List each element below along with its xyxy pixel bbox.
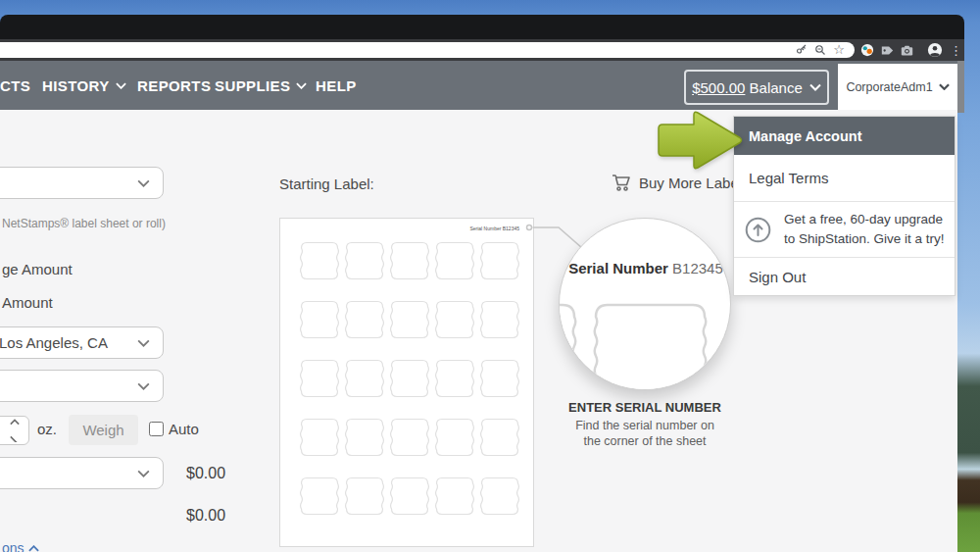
buy-more-labels-link[interactable]: Buy More Labels — [612, 175, 750, 191]
ship-from-value: Los Angeles, CA — [0, 334, 108, 351]
serial-caption-line2: the corner of the sheet — [534, 433, 756, 449]
upgrade-arrow-icon — [745, 217, 771, 243]
nav-item-reports[interactable]: REPORTS — [137, 61, 211, 110]
mail-class-select[interactable] — [0, 370, 164, 402]
stamp-cell[interactable] — [345, 300, 384, 339]
options-link[interactable]: ons — [2, 540, 39, 552]
chevron-down-icon — [137, 470, 150, 477]
stamp-cell[interactable] — [390, 359, 429, 398]
promo-line2: to ShipStation. Give it a try! — [784, 231, 945, 246]
stepper-down-icon[interactable] — [10, 435, 20, 442]
stamp-cell[interactable] — [345, 359, 384, 398]
zoom-icon[interactable] — [814, 44, 826, 56]
stamp-cell[interactable] — [300, 359, 339, 398]
stamp-cell[interactable] — [390, 300, 429, 339]
browser-titlebar — [0, 15, 964, 39]
weigh-button[interactable]: Weigh — [69, 415, 138, 445]
stamp-cell[interactable] — [300, 300, 339, 339]
stamp-cell[interactable] — [435, 477, 474, 516]
oz-label: oz. — [37, 421, 57, 437]
browser-menu-icon[interactable]: ⋮ — [950, 43, 962, 58]
stamp-cell[interactable] — [435, 300, 474, 339]
nav-item-supplies[interactable]: SUPPLIES — [215, 61, 307, 110]
chevron-down-icon — [116, 82, 126, 89]
serial-magnifier: Serial Number B12345 — [559, 218, 731, 390]
stamp-cell[interactable] — [480, 418, 519, 457]
chevron-down-icon — [296, 82, 307, 89]
chevron-down-icon — [137, 179, 150, 187]
stepper-up-icon[interactable] — [10, 419, 20, 426]
menu-item-sign-out[interactable]: Sign Out — [734, 258, 955, 295]
ship-from-select[interactable]: Los Angeles, CA — [0, 326, 164, 359]
account-dropdown-menu: Manage Account Legal Terms Get a free, 6… — [733, 116, 956, 296]
extension-icon[interactable] — [860, 43, 874, 57]
amount-label: Amount — [2, 294, 53, 311]
chevron-down-icon — [809, 83, 821, 91]
balance-amount: $500.00 — [692, 79, 745, 96]
menu-item-shipstation-promo[interactable]: Get a free, 60-day upgradeto ShipStation… — [734, 202, 955, 258]
label-sheet-preview: Serial Number B12345 — [279, 218, 534, 547]
postage-amount-label: ge Amount — [2, 261, 73, 277]
serial-caption-title: ENTER SERIAL NUMBER — [534, 400, 756, 415]
sheet-serial-number: Serial Number B12345 — [469, 226, 519, 231]
bookmark-star-icon[interactable]: ☆ — [833, 44, 845, 56]
promo-line1: Get a free, 60-day upgrade — [784, 212, 943, 226]
chevron-down-icon — [137, 339, 150, 347]
serial-caption-line1: Find the serial number on — [534, 418, 756, 433]
stamp-cell[interactable] — [390, 477, 429, 516]
stamp-cell[interactable] — [300, 477, 339, 516]
pointer-arrow — [655, 110, 745, 171]
auto-label: Auto — [169, 421, 199, 437]
stamp-cell[interactable] — [435, 241, 474, 280]
magnified-stamps — [560, 219, 731, 390]
weight-stepper[interactable] — [0, 416, 29, 445]
chevron-down-icon — [137, 382, 150, 390]
nav-item-contacts[interactable]: CTS — [0, 61, 30, 110]
stamp-cell[interactable] — [435, 418, 474, 457]
serial-caption: ENTER SERIAL NUMBER Find the serial numb… — [534, 400, 756, 449]
address-bar[interactable]: ☆ — [0, 42, 855, 58]
balance-button[interactable]: $500.00 Balance — [684, 70, 829, 105]
tag-icon[interactable] — [881, 44, 894, 57]
menu-item-legal-terms[interactable]: Legal Terms — [734, 155, 955, 202]
cart-icon — [612, 175, 630, 191]
nav-item-help[interactable]: HELP — [316, 61, 357, 110]
netstamps-note: NetStamps® label sheet or roll) — [2, 217, 166, 230]
menu-item-manage-account[interactable]: Manage Account — [734, 117, 955, 155]
profile-icon[interactable] — [927, 42, 943, 58]
stamp-cell[interactable] — [480, 241, 519, 280]
stamp-cell[interactable] — [300, 418, 339, 457]
postage-cost-value: $0.00 — [186, 465, 225, 482]
stamp-cell[interactable] — [480, 477, 519, 516]
nav-item-history[interactable]: HISTORY — [42, 61, 126, 110]
chevron-down-icon — [939, 83, 950, 90]
chevron-up-icon — [28, 545, 39, 552]
account-menu-trigger[interactable]: CorporateAdm1 — [838, 64, 957, 110]
starting-label-title: Starting Label: — [279, 176, 374, 192]
extra-services-select[interactable] — [0, 457, 164, 489]
stamp-cell[interactable] — [390, 241, 429, 280]
stamp-cell[interactable] — [345, 418, 384, 457]
total-cost-value: $0.00 — [186, 507, 225, 525]
stamp-cell[interactable] — [435, 359, 474, 398]
scrollbar[interactable] — [957, 61, 964, 113]
stamp-cell[interactable] — [345, 241, 384, 280]
auto-checkbox[interactable] — [149, 422, 164, 436]
stamp-cell[interactable] — [480, 359, 519, 398]
magnified-serial: Serial Number B12345 — [560, 260, 731, 276]
stamp-cell[interactable] — [300, 241, 339, 280]
stamp-cell[interactable] — [480, 300, 519, 339]
key-icon[interactable] — [796, 44, 808, 56]
label-type-select[interactable] — [0, 167, 164, 199]
stamp-cell[interactable] — [345, 477, 384, 516]
stamp-cell[interactable] — [390, 418, 429, 457]
browser-extension-area: ⋮ — [860, 40, 962, 60]
camera-icon[interactable] — [901, 44, 913, 57]
